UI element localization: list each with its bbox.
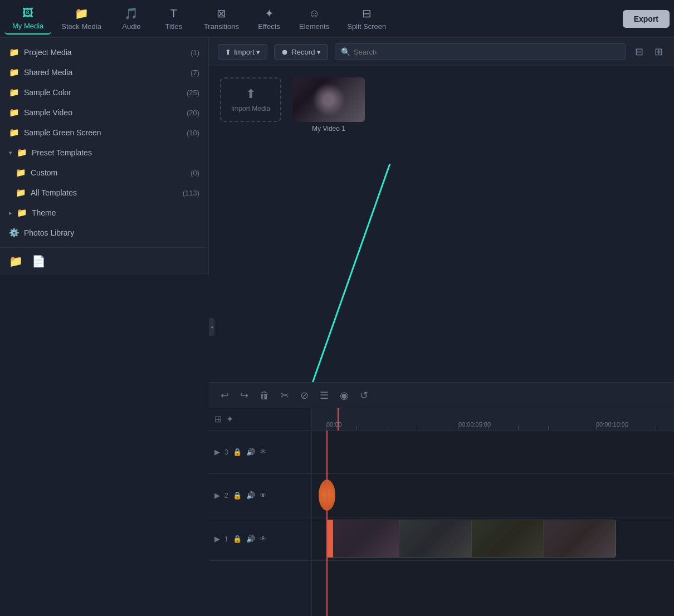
add-track-button[interactable]: ⊞ [214,414,222,424]
unlink-button[interactable]: ⊘ [297,388,311,403]
tracks-area [312,431,674,616]
speed-button[interactable]: ↺ [357,388,371,403]
playhead-line-top [338,408,339,431]
media-item-my-video-1[interactable]: My Video 1 [292,77,365,133]
track2-eye-icon[interactable]: 👁 [260,491,267,500]
track2-lock-icon[interactable]: 🔒 [233,491,242,500]
folder-icon-9: 📁 [17,208,27,218]
time-ruler: 00:00 00:00:05:00 00:00:10:00 00:00:15:0… [312,408,674,431]
sidebar-item-sample-video[interactable]: 📁 Sample Video (20) [0,102,208,123]
import-media-label: Import Media [231,105,270,113]
record-label: Record ▾ [291,48,321,56]
new-folder-button[interactable]: 📁 [9,255,23,268]
track-label-3: ▶ 3 🔒 🔊 👁 [209,431,311,474]
record-button[interactable]: ⏺ Record ▾ [274,44,328,60]
sidebar-item-preset-templates[interactable]: ▾ 📁 Preset Templates [0,143,208,163]
export-button[interactable]: Export [623,10,670,28]
timeline-left-panel: ⊞ ✦ ▶ 3 🔒 🔊 👁 [209,408,312,616]
sidebar-label-sample-color: Sample Color [24,88,71,97]
sidebar-item-shared-media[interactable]: 📁 Shared Media (7) [0,62,208,82]
sidebar-count-sample-color: (25) [187,89,199,97]
delete-button[interactable]: 🗑 [257,388,272,403]
timeline-area: ↩ ↪ 🗑 ✂ ⊘ ☰ ◉ ↺ ⊞ ✦ [209,382,674,616]
align-button[interactable]: ☰ [317,388,331,403]
track1-eye-icon[interactable]: 👁 [260,535,267,543]
import-button[interactable]: ⬆ Import ▾ [218,44,267,60]
track-row-3 [312,431,674,474]
nav-split-screen[interactable]: ⊟ Split Screen [339,3,394,34]
track1-lock-icon[interactable]: 🔒 [233,535,242,543]
nav-transitions[interactable]: ⊠ Transitions [196,3,247,34]
dancer-overlay [312,83,345,116]
sidebar-item-theme[interactable]: ▸ 📁 Theme [0,203,208,223]
import-icon: ⬆ [225,48,231,56]
track3-audio-icon[interactable]: 🔊 [246,448,255,456]
nav-my-media[interactable]: 🖼 My Media [4,3,51,35]
cut-button[interactable]: ✂ [278,388,292,403]
folder-icon-7: 📁 [16,168,26,178]
nav-titles[interactable]: T Titles [154,4,194,34]
sidebar-item-photos-library[interactable]: ⚙️ Photos Library [0,223,208,243]
audio-detect-button[interactable]: ◉ [337,388,351,403]
magnet-button[interactable]: ✦ [226,414,233,424]
sidebar-footer: 📁 📄 [0,247,208,275]
sidebar-list: 📁 Project Media (1) 📁 Shared Media (7) 📁… [0,38,208,247]
playhead[interactable] [326,431,328,616]
import-media-button[interactable]: ⬆ Import Media [220,77,281,122]
track3-number: 3 [224,448,228,456]
new-file-button[interactable]: 📄 [32,255,46,268]
timeline-track-labels: ▶ 3 🔒 🔊 👁 ▶ 2 🔒 🔊 👁 [209,431,311,616]
search-icon: 🔍 [341,47,350,56]
track1-clip[interactable] [326,520,616,558]
sidebar-label-sample-video: Sample Video [24,108,72,117]
track1-number: 1 [224,535,228,543]
clip-frame-2 [399,520,471,557]
sidebar-count-custom: (0) [191,169,199,177]
sidebar-item-project-media[interactable]: 📁 Project Media (1) [0,42,208,62]
elements-icon: ☺ [309,7,320,20]
folder-icon-6: 📁 [17,148,27,158]
content-area: ⬆ Import ▾ ⏺ Record ▾ 🔍 ⊟ ⊞ ⬆ Import Med… [209,38,674,616]
clip-frames [327,520,616,557]
nav-titles-label: Titles [165,22,183,31]
gear-icon: ⚙️ [9,228,19,238]
track3-lock-icon[interactable]: 🔒 [233,448,242,456]
sidebar-collapse-handle[interactable]: ◂ [209,318,214,336]
top-nav: 🖼 My Media 📁 Stock Media 🎵 Audio T Title… [0,0,674,38]
track3-eye-icon[interactable]: 👁 [260,448,267,456]
track1-audio-icon[interactable]: 🔊 [246,535,255,543]
nav-stock-media[interactable]: 📁 Stock Media [53,3,109,34]
main-layout: 📁 Project Media (1) 📁 Shared Media (7) 📁… [0,38,674,616]
stock-media-icon: 📁 [75,7,89,20]
clip-frame-1 [327,520,399,557]
track2-number: 2 [224,492,228,500]
my-media-icon: 🖼 [22,7,33,19]
nav-audio-label: Audio [122,22,140,31]
sidebar-label-theme: Theme [32,208,56,217]
sidebar-label-preset-templates: Preset Templates [32,148,92,157]
filter-button[interactable]: ⊟ [633,43,646,60]
nav-audio[interactable]: 🎵 Audio [111,3,152,34]
track2-video-icon: ▶ [214,491,220,500]
track-label-2: ▶ 2 🔒 🔊 👁 [209,474,311,517]
timeline-left-top: ⊞ ✦ [209,408,311,431]
nav-elements[interactable]: ☺ Elements [291,4,337,34]
nav-elements-label: Elements [299,22,329,31]
timeline-toolbar: ↩ ↪ 🗑 ✂ ⊘ ☰ ◉ ↺ [209,383,674,408]
timeline-right-panel: 00:00 00:00:05:00 00:00:10:00 00:00:15:0… [312,408,674,616]
sidebar-item-sample-green-screen[interactable]: 📁 Sample Green Screen (10) [0,123,208,143]
import-label: Import ▾ [234,48,260,56]
sidebar-item-custom[interactable]: 📁 Custom (0) [0,163,208,183]
track2-audio-icon[interactable]: 🔊 [246,491,255,500]
media-grid: ⬆ Import Media My Video 1 [209,66,674,382]
nav-effects[interactable]: ✦ Effects [249,3,289,34]
folder-icon-3: 📁 [9,87,19,97]
sidebar-item-all-templates[interactable]: 📁 All Templates (113) [0,183,208,203]
redo-button[interactable]: ↪ [237,388,251,403]
grid-view-button[interactable]: ⊞ [652,43,665,60]
track-row-2 [312,474,674,517]
undo-button[interactable]: ↩ [218,388,232,403]
media-item-label: My Video 1 [312,125,345,133]
sidebar-item-sample-color[interactable]: 📁 Sample Color (25) [0,82,208,102]
search-input[interactable] [354,48,620,56]
